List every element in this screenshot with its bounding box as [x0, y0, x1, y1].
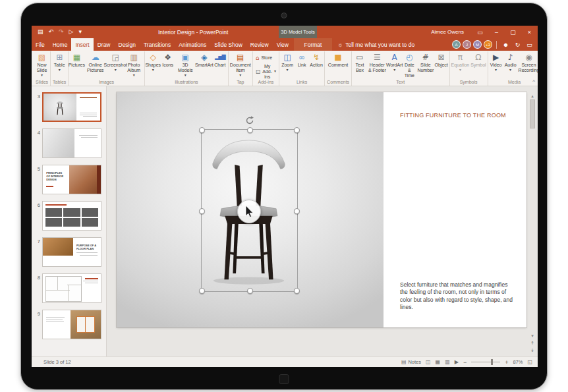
zoom-level[interactable]: 87% [513, 359, 523, 365]
selection-handle-se[interactable] [294, 288, 300, 294]
minimize-button[interactable]: – [488, 26, 505, 38]
zoom-slider-thumb[interactable] [491, 359, 493, 365]
avatar[interactable]: J [463, 40, 471, 49]
ribbon-button-slide-number[interactable]: #Slide Number [417, 51, 434, 73]
ribbon-button-date-time[interactable]: ◴Date & Time [402, 51, 417, 78]
ribbon-button-store[interactable]: ⌂Store [256, 55, 272, 61]
collapse-ribbon-button[interactable]: ^ [532, 78, 535, 84]
slide-thumbnail-6[interactable]: 6 [42, 201, 101, 231]
ribbon-button-document-item[interactable]: ▤Document Item▾ [229, 51, 252, 77]
tab-home[interactable]: Home [49, 38, 72, 51]
ribbon-button-wordart[interactable]: AWordArt▾ [387, 51, 402, 72]
selection-handle-ne[interactable] [294, 127, 300, 133]
selection-handle-s[interactable] [247, 288, 253, 294]
tab-review[interactable]: Review [246, 38, 273, 51]
rotate-handle[interactable] [245, 116, 254, 125]
thumbnail-preview[interactable]: PURPOSE OF A FLOOR PLAN [42, 237, 101, 267]
slide-body-text[interactable]: Select furniture that matches and magnif… [400, 281, 516, 312]
ribbon-button-zoom[interactable]: ◫Zoom▾ [280, 51, 295, 72]
zoom-in-button[interactable]: + [505, 359, 508, 366]
previous-slide-button[interactable]: ↟ [528, 339, 536, 347]
tab-view[interactable]: View [273, 38, 293, 51]
ribbon-button-screen-recording[interactable]: ◉Screen Recording [518, 51, 538, 73]
thumbnail-preview[interactable] [42, 273, 101, 303]
selection-handle-nw[interactable] [199, 127, 205, 133]
thumbnail-preview[interactable] [42, 92, 101, 122]
avatar-overflow-badge[interactable]: +3 [484, 40, 492, 49]
tab-draw[interactable]: Draw [94, 38, 115, 51]
windows-button[interactable] [279, 374, 289, 384]
tab-slide-show[interactable]: Slide Show [210, 38, 246, 51]
tab-transitions[interactable]: Transitions [140, 38, 175, 51]
ribbon-button-symbol[interactable]: ΩSymbol [470, 51, 486, 68]
ribbon-button-new-slide[interactable]: ▧New Slide▾ [34, 51, 49, 77]
ribbon-button-3d-models[interactable]: ▣3D Models▾ [175, 51, 196, 77]
tab-insert[interactable]: Insert [71, 38, 93, 51]
scroll-down-icon[interactable]: ▾ [528, 332, 536, 339]
slide-show-view-button[interactable]: ▶ [455, 359, 459, 365]
slide-thumbnail-3[interactable]: 3 [42, 92, 101, 122]
slide-title-text[interactable]: FITTING FURNITURE TO THE ROOM [400, 112, 506, 119]
vertical-scrollbar[interactable]: ▴ ▾ ↟ ↡ [528, 92, 536, 354]
slide-canvas[interactable]: FITTING FURNITURE TO THE ROOM Select fur… [117, 92, 526, 327]
ribbon-button-smartart[interactable]: ◈SmartArt [196, 51, 213, 68]
thumbnail-preview[interactable] [42, 201, 101, 231]
ribbon-button-link[interactable]: ∞Link [295, 51, 309, 68]
history-icon[interactable]: ↻ [513, 42, 523, 48]
ribbon-button-chart[interactable]: ▂▅▇Chart [213, 51, 227, 68]
selection-handle-sw[interactable] [199, 288, 205, 294]
normal-view-button[interactable]: ◫ [426, 359, 431, 365]
tab-format[interactable]: Format [294, 38, 332, 51]
ribbon-button-comment[interactable]: ■Comment [327, 51, 349, 68]
reading-view-button[interactable]: ▥ [445, 359, 450, 365]
notes-button[interactable]: ▤ Notes [401, 359, 421, 365]
restore-button[interactable]: ▢ [505, 26, 521, 38]
avatar[interactable]: A [452, 40, 461, 49]
ribbon-button-screenshot[interactable]: ◲Screenshot▾ [107, 51, 124, 72]
selection-handle-e[interactable] [294, 208, 300, 214]
thumbnail-preview[interactable] [42, 128, 101, 158]
avatar[interactable]: M [473, 40, 482, 49]
selection-handle-n[interactable] [247, 127, 253, 133]
next-slide-button[interactable]: ↡ [528, 347, 536, 354]
ribbon-button-text-box[interactable]: ▭Text Box [353, 51, 367, 73]
thumbnail-preview[interactable]: PRINCIPLES OF INTERIOR DESIGN [42, 165, 101, 194]
scrollbar-thumb[interactable] [530, 99, 535, 128]
share-icon[interactable]: ☻ [501, 42, 511, 48]
tab-file[interactable]: File [32, 38, 49, 51]
close-button[interactable]: × [521, 26, 538, 38]
ribbon-display-options-button[interactable]: ▭ [472, 26, 488, 38]
ribbon-button-icons[interactable]: ❖Icons [161, 51, 175, 68]
ribbon-button-pictures[interactable]: ▦Pictures [69, 51, 84, 68]
slide-thumbnail-9[interactable]: 9 [42, 310, 101, 339]
undo-icon[interactable]: ↶ [49, 26, 54, 38]
ribbon-button-shapes[interactable]: ◇Shapes▾ [146, 51, 161, 72]
ribbon-button-photo-album[interactable]: ▥Photo Album▾ [125, 51, 144, 77]
tellme-box[interactable]: ☼ Tell me what you want to do [332, 38, 420, 51]
slide-thumbnail-7[interactable]: 7 PURPOSE OF A FLOOR PLAN [42, 237, 101, 267]
selection-handle-w[interactable] [199, 208, 205, 214]
scroll-up-icon[interactable]: ▴ [528, 92, 536, 99]
start-slideshow-icon[interactable]: ▷ [69, 26, 74, 38]
slide-sorter-view-button[interactable]: ▦ [436, 359, 441, 365]
ribbon-button-my-add-ins[interactable]: ⊡My Add-ins▾ [256, 64, 276, 79]
slide-thumbnail-8[interactable]: 8 [42, 273, 101, 303]
ribbon-button-action[interactable]: ↯Action [309, 51, 324, 68]
ribbon-button-object[interactable]: ⊠Object [434, 51, 449, 68]
zoom-slider[interactable] [471, 362, 500, 362]
save-icon[interactable]: ▤ [38, 26, 43, 38]
ribbon-button-table[interactable]: ⊞Table▾ [52, 51, 67, 72]
ribbon-button-video[interactable]: ▶Video▾ [489, 51, 503, 72]
tab-design[interactable]: Design [115, 38, 140, 51]
thumbnail-preview[interactable] [42, 310, 101, 339]
comments-pane-icon[interactable]: ▭ [525, 42, 534, 48]
fit-slide-to-window-button[interactable]: ◱ [527, 359, 532, 365]
slide-thumbnail-4[interactable]: 4 [42, 128, 101, 158]
zoom-out-button[interactable]: − [463, 359, 467, 366]
tab-animations[interactable]: Animations [175, 38, 210, 51]
ribbon-button-audio[interactable]: ♪Audio▾ [503, 51, 518, 72]
ribbon-button-header-footer[interactable]: ☰Header & Footer [367, 51, 387, 73]
redo-icon[interactable]: ↷ [59, 26, 64, 38]
user-name[interactable]: Aimee Owens [431, 29, 464, 35]
slide-thumbnail-5[interactable]: 5 PRINCIPLES OF INTERIOR DESIGN [42, 165, 101, 194]
